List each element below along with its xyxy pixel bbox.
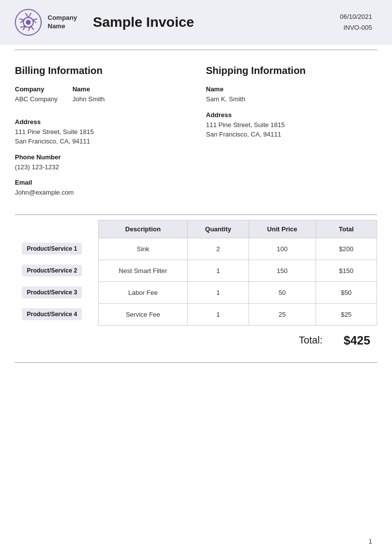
svg-point-12	[26, 20, 31, 25]
info-section: Billing Information Company ABC Company …	[0, 50, 392, 214]
invoice-date: 06/10/2021	[340, 11, 372, 22]
row-description: Sink	[98, 238, 188, 260]
total-label: Total:	[299, 335, 323, 346]
shipping-name: Name Sam K. Smith	[206, 85, 377, 104]
shipping-address-line1: 111 Pine Street, Suite 1815	[206, 120, 377, 130]
total-amount: $425	[330, 334, 370, 347]
product-label: Product/Service 4	[22, 308, 82, 320]
svg-line-4	[33, 19, 37, 20]
product-label-cell: Product/Service 1	[15, 238, 98, 260]
svg-line-3	[28, 13, 31, 17]
billing-address-label: Address	[15, 118, 186, 126]
col-header-product	[15, 220, 98, 238]
billing-name-row: Company ABC Company Name John Smith	[15, 85, 186, 111]
invoice-number: INVO-005	[340, 22, 372, 33]
col-header-unit-price: Unit Price	[249, 220, 316, 238]
page-header: Company Name Sample Invoice 06/10/2021 I…	[0, 0, 392, 45]
billing-phone-value: (123) 123-1232	[15, 162, 186, 172]
billing-company-value: ABC Company	[15, 94, 58, 104]
company-name: Company Name	[48, 14, 77, 31]
product-label: Product/Service 1	[22, 243, 82, 255]
billing-name-label: Name	[72, 85, 105, 93]
col-header-description: Description	[98, 220, 188, 238]
billing-address: Address 111 Pine Street, Suite 1815 San …	[15, 118, 186, 146]
billing-title: Billing Information	[15, 65, 186, 76]
svg-line-6	[31, 26, 34, 30]
row-total: $50	[316, 281, 377, 303]
col-header-total: Total	[316, 220, 377, 238]
footer-divider	[15, 362, 377, 363]
table-row: Product/Service 4 Service Fee 1 25 $25	[15, 303, 377, 325]
table-header-row: Description Quantity Unit Price Total	[15, 220, 377, 238]
invoice-title: Sample Invoice	[93, 14, 194, 30]
shipping-address-line2: San Francisco, CA, 94111	[206, 130, 377, 139]
table-row: Product/Service 2 Nest Smart Filter 1 15…	[15, 260, 377, 281]
total-row: Total: $425	[15, 326, 377, 352]
table-row: Product/Service 1 Sink 2 100 $200	[15, 238, 377, 260]
product-label-cell: Product/Service 3	[15, 281, 98, 303]
row-unit-price: 25	[249, 303, 316, 325]
invoice-table: Description Quantity Unit Price Total Pr…	[15, 220, 377, 326]
billing-column: Billing Information Company ABC Company …	[15, 65, 196, 205]
company-logo	[15, 9, 42, 36]
product-label: Product/Service 3	[22, 286, 82, 298]
row-description: Service Fee	[98, 303, 188, 325]
row-total: $200	[316, 238, 377, 260]
svg-line-10	[19, 19, 24, 20]
product-label: Product/Service 2	[22, 265, 82, 277]
billing-email-label: Email	[15, 179, 186, 186]
row-unit-price: 150	[249, 260, 316, 281]
row-description: Nest Smart Filter	[98, 260, 188, 281]
row-quantity: 1	[188, 260, 249, 281]
billing-address-line2: San Francisco, CA, 94111	[15, 137, 186, 146]
page-number: 1	[369, 538, 372, 545]
table-row: Product/Service 3 Labor Fee 1 50 $50	[15, 281, 377, 303]
row-total: $25	[316, 303, 377, 325]
billing-email-value: John@example.com	[15, 188, 186, 198]
billing-address-line1: 111 Pine Street, Suite 1815	[15, 127, 186, 137]
row-unit-price: 100	[249, 238, 316, 260]
billing-name-value: John Smith	[72, 94, 105, 104]
row-unit-price: 50	[249, 281, 316, 303]
shipping-column: Shipping Information Name Sam K. Smith A…	[196, 65, 377, 205]
header-right: 06/10/2021 INVO-005	[340, 11, 372, 33]
shipping-name-label: Name	[206, 85, 377, 93]
billing-company-label: Company	[15, 85, 58, 93]
header-left: Company Name Sample Invoice	[15, 9, 194, 36]
table-section: Description Quantity Unit Price Total Pr…	[0, 215, 392, 362]
billing-email: Email John@example.com	[15, 179, 186, 198]
shipping-address-label: Address	[206, 111, 377, 119]
row-quantity: 1	[188, 303, 249, 325]
row-quantity: 1	[188, 281, 249, 303]
billing-company: Company ABC Company	[15, 85, 58, 104]
row-quantity: 2	[188, 238, 249, 260]
svg-line-2	[25, 13, 28, 17]
billing-phone: Phone Number (123) 123-1232	[15, 153, 186, 172]
shipping-title: Shipping Information	[206, 65, 377, 76]
row-total: $150	[316, 260, 377, 281]
shipping-name-value: Sam K. Smith	[206, 94, 377, 104]
billing-name: Name John Smith	[72, 85, 105, 104]
shipping-address: Address 111 Pine Street, Suite 1815 San …	[206, 111, 377, 139]
row-description: Labor Fee	[98, 281, 188, 303]
col-header-quantity: Quantity	[188, 220, 249, 238]
billing-phone-label: Phone Number	[15, 153, 186, 161]
product-label-cell: Product/Service 4	[15, 303, 98, 325]
product-label-cell: Product/Service 2	[15, 260, 98, 281]
